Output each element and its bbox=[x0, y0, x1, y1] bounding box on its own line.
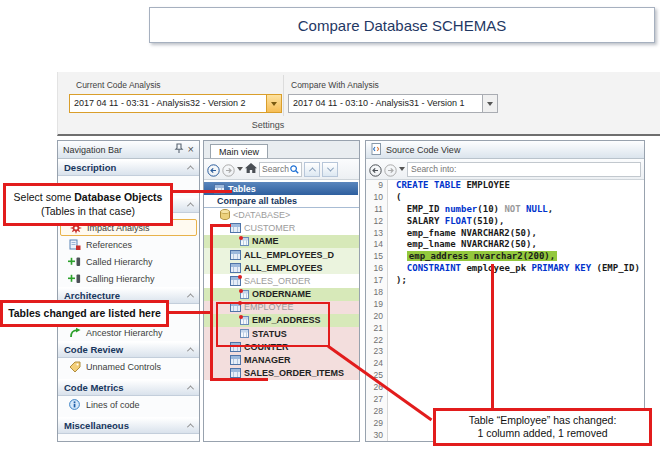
compare-analysis-dropdown-button[interactable] bbox=[482, 95, 497, 112]
callout1-text: Select some bbox=[14, 191, 75, 203]
changed-line-highlight: emp_address nvarchar2(200), bbox=[407, 251, 557, 261]
navigation-bar-titlebar: Navigation Bar × bbox=[58, 141, 199, 159]
code-line: 22 bbox=[366, 335, 644, 347]
code-line: 19 bbox=[366, 299, 644, 311]
chevron-up-icon bbox=[187, 347, 194, 354]
tree-row-all-employees-d[interactable]: ALL_EMPLOYEES_D bbox=[204, 248, 359, 261]
nav-section-header-code-review[interactable]: Code Review bbox=[58, 341, 199, 358]
code-line: 12 SALARY FLOAT(510), bbox=[366, 216, 644, 228]
chevron-down-icon bbox=[326, 164, 333, 171]
lines-of-code-icon bbox=[68, 399, 81, 411]
main-search-input[interactable] bbox=[262, 164, 290, 174]
code-line: 9CREATE TABLE EMPLOYEE bbox=[366, 180, 644, 192]
navigation-bar-title: Navigation Bar bbox=[63, 145, 122, 155]
home-icon[interactable] bbox=[245, 160, 257, 178]
tree-row-sales-order[interactable]: SALES_ORDER bbox=[204, 274, 359, 287]
line-number: 24 bbox=[366, 358, 388, 370]
chevron-up-icon bbox=[187, 293, 194, 300]
highlight-rectangle-employee bbox=[216, 302, 330, 347]
sidebar-item-unnamed-controls[interactable]: Unnamed Controls bbox=[58, 358, 199, 375]
tree-row-compare-all-tables[interactable]: Compare all tables bbox=[204, 195, 359, 208]
callout-select-database-objects: Select some Database Objects (Tables in … bbox=[3, 183, 173, 226]
table-icon bbox=[230, 368, 241, 378]
forward-arrow-icon[interactable] bbox=[384, 163, 397, 176]
compare-analysis-value: 2017 04 11 - 03:10 - Analysis31 - Versio… bbox=[289, 95, 482, 112]
tree-row-label: NAME bbox=[252, 236, 279, 246]
bracket-line bbox=[210, 224, 231, 227]
column-changed-icon bbox=[240, 290, 249, 299]
scroll-up-chevron-button[interactable] bbox=[304, 162, 320, 177]
tree-row-label: SALES_ORDER bbox=[244, 276, 311, 286]
sidebar-item-called-hierarchy[interactable]: Called Hierarchy bbox=[58, 253, 199, 270]
callout-tables-changed: Tables changed are listed here bbox=[0, 300, 169, 327]
code-line: 17); bbox=[366, 275, 644, 287]
source-code-view-panel: Source Code View 9CREATE TABLE EMPLOYEE1… bbox=[365, 140, 645, 442]
tree-row-label: Compare all tables bbox=[217, 196, 297, 206]
page-title-banner: Compare Database SCHEMAS bbox=[149, 7, 655, 43]
code-line: 13 emp_fname NVARCHAR2(50), bbox=[366, 228, 644, 240]
nav-section-header-miscellaneous[interactable]: Miscellaneous bbox=[58, 417, 199, 434]
ribbon-group-caption: Settings bbox=[58, 120, 478, 130]
scroll-down-chevron-button[interactable] bbox=[322, 162, 338, 177]
code-line: 20 bbox=[366, 311, 644, 323]
line-number: 11 bbox=[366, 204, 388, 216]
source-view-title: Source Code View bbox=[386, 145, 460, 155]
line-number: 19 bbox=[366, 299, 388, 311]
line-number: 12 bbox=[366, 216, 388, 228]
current-analysis-label: Current Code Analysis bbox=[76, 80, 161, 90]
tree-row-tables[interactable]: Tables bbox=[204, 182, 358, 195]
close-icon[interactable]: × bbox=[188, 144, 194, 155]
source-search-input[interactable] bbox=[407, 162, 641, 177]
tree-row-label: ALL_EMPLOYEES_D bbox=[244, 250, 334, 260]
line-number: 10 bbox=[366, 192, 388, 204]
tree-row-label: MANAGER bbox=[244, 355, 291, 365]
table-icon bbox=[230, 263, 241, 273]
code-line: 24 bbox=[366, 358, 644, 370]
settings-ribbon: Current Code Analysis 2017 04 11 - 03:31… bbox=[57, 72, 660, 136]
callout1-line2: (Tables in that case) bbox=[41, 205, 135, 218]
connector-line bbox=[491, 264, 494, 410]
line-number: 20 bbox=[366, 311, 388, 323]
current-analysis-dropdown-button[interactable] bbox=[266, 95, 281, 112]
database-icon bbox=[220, 209, 230, 220]
compare-analysis-label: Compare With Analysis bbox=[291, 80, 379, 90]
forward-arrow-icon[interactable] bbox=[222, 163, 235, 176]
main-view-panel: Main view TablesCompare all tables<DATAB… bbox=[203, 140, 360, 442]
code-line: 16 CONSTRAINT employee_pk PRIMARY KEY (E… bbox=[366, 263, 644, 275]
code-line: 21 bbox=[366, 323, 644, 335]
code-line: 15 emp_address nvarchar2(200), bbox=[366, 251, 644, 263]
search-icon bbox=[290, 165, 299, 174]
back-arrow-icon[interactable] bbox=[207, 163, 220, 176]
tree-row-manager[interactable]: MANAGER bbox=[204, 353, 359, 366]
tree-row-all-employees[interactable]: ALL_EMPLOYEES bbox=[204, 261, 359, 274]
ancestor-hierarchy-icon bbox=[68, 327, 81, 339]
chevron-up-icon bbox=[187, 165, 194, 172]
dropdown-caret-icon bbox=[487, 102, 493, 106]
tree-row-database[interactable]: <DATABASE> bbox=[204, 208, 359, 221]
current-analysis-value: 2017 04 11 - 03:31 - Analysis32 - Versio… bbox=[70, 95, 266, 112]
pin-icon[interactable] bbox=[174, 143, 184, 156]
current-analysis-combobox[interactable]: 2017 04 11 - 03:31 - Analysis32 - Versio… bbox=[69, 94, 282, 113]
called-hierarchy-icon bbox=[68, 256, 81, 268]
note-line2: 1 column added, 1 removed bbox=[477, 427, 607, 440]
chevron-up-icon bbox=[308, 167, 315, 174]
compare-analysis-combobox[interactable]: 2017 04 11 - 03:10 - Analysis31 - Versio… bbox=[288, 94, 498, 113]
tab-main-view[interactable]: Main view bbox=[210, 144, 268, 158]
chevron-up-icon bbox=[187, 385, 194, 392]
toolbar-dropdown-caret-icon[interactable] bbox=[399, 167, 405, 171]
tree-row-ordername[interactable]: ORDERNAME bbox=[204, 288, 359, 301]
tree-row-name[interactable]: NAME bbox=[204, 235, 359, 248]
sidebar-item-references[interactable]: References bbox=[58, 236, 199, 253]
back-arrow-icon[interactable] bbox=[369, 163, 382, 176]
nav-section-header-code-metrics[interactable]: Code Metrics bbox=[58, 379, 199, 396]
nav-section-header-description[interactable]: Description bbox=[58, 159, 199, 176]
ribbon-group-separator bbox=[283, 75, 284, 116]
sidebar-item-calling-hierarchy[interactable]: Calling Hierarchy bbox=[58, 270, 199, 287]
line-number: 23 bbox=[366, 346, 388, 358]
source-code-icon bbox=[371, 143, 382, 157]
tree-row-label: ORDERNAME bbox=[252, 289, 311, 299]
sidebar-item-lines-of-code[interactable]: Lines of code bbox=[58, 396, 199, 413]
main-search-box[interactable] bbox=[259, 162, 302, 177]
line-number: 21 bbox=[366, 323, 388, 335]
toolbar-dropdown-caret-icon[interactable] bbox=[237, 167, 243, 171]
